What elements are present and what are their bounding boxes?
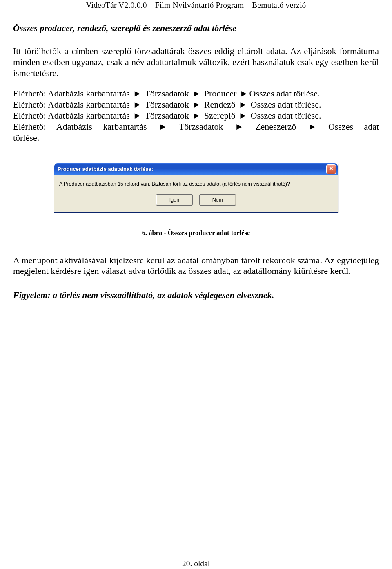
path-szereplo: Elérhető: Adatbázis karbantartás ► Törzs… — [13, 110, 379, 121]
path-rendezo: Elérhető: Adatbázis karbantartás ► Törzs… — [13, 99, 379, 110]
arrow-icon: ► — [133, 99, 142, 110]
path-prefix: Elérhető: — [13, 121, 46, 132]
page-content: Összes producer, rendező, szereplő és ze… — [0, 11, 392, 300]
path-end: Rendező — [204, 99, 236, 110]
dialog-screenshot: Producer adatbázis adatainak törlése: ✕ … — [13, 163, 379, 213]
arrow-icon: ► — [240, 88, 249, 99]
dialog-body: A Producer adatbázisban 15 rekord van. B… — [54, 175, 338, 212]
warning-text: Figyelem: a törlés nem visszaállítható, … — [13, 290, 379, 300]
arrow-icon: ► — [238, 99, 247, 110]
path-end: Zeneszerző — [255, 121, 296, 132]
path-zeneszerzo-wrap: törlése. — [13, 132, 379, 143]
arrow-icon: ► — [192, 110, 201, 121]
arrow-icon: ► — [308, 121, 317, 132]
path-tail: Összes adat — [328, 121, 379, 132]
no-button[interactable]: Nem — [199, 194, 236, 206]
dialog-message: A Producer adatbázisban 15 rekord van. B… — [59, 181, 333, 187]
arrow-icon: ► — [192, 88, 201, 99]
dialog-buttons: Igen Nem — [59, 194, 333, 206]
path-tail: Összes adat törlése. — [251, 110, 321, 121]
paragraph-2: A menüpont aktiválásával kijelzésre kerü… — [13, 255, 379, 277]
path-seg: Adatbázis karbantartás — [48, 99, 130, 110]
arrow-icon: ► — [158, 121, 167, 132]
arrow-icon: ► — [235, 121, 244, 132]
path-end: Producer — [204, 88, 236, 99]
paragraph-1: Itt törölhetők a címben szereplő törzsad… — [13, 46, 379, 78]
path-seg: Törzsadatok — [179, 121, 223, 132]
footer-rule — [0, 558, 392, 558]
path-list: Elérhető: Adatbázis karbantartás ► Törzs… — [13, 88, 379, 143]
figure-caption: 6. ábra - Összes producer adat törlése — [13, 229, 379, 237]
section-title: Összes producer, rendező, szereplő és ze… — [13, 23, 379, 34]
path-prefix: Elérhető: — [13, 88, 46, 99]
path-tail: Összes adat törlése. — [249, 88, 320, 99]
path-prefix: Elérhető: — [13, 99, 46, 110]
path-seg: Törzsadatok — [145, 88, 189, 99]
page-footer: 20. oldal — [0, 558, 392, 569]
yes-button[interactable]: Igen — [156, 194, 193, 206]
no-rest: em — [216, 197, 223, 203]
path-prefix: Elérhető: — [13, 110, 46, 121]
arrow-icon: ► — [238, 110, 247, 121]
no-mnemonic: N — [212, 197, 216, 203]
path-end: Szereplő — [204, 110, 236, 121]
path-tail: Összes adat törlése. — [251, 99, 321, 110]
arrow-icon: ► — [192, 99, 201, 110]
dialog-title: Producer adatbázis adatainak törlése: — [58, 166, 326, 172]
path-producer: Elérhető: Adatbázis karbantartás ► Törzs… — [13, 88, 379, 99]
path-zeneszerzo: Elérhető: Adatbázis karbantartás ► Törzs… — [13, 121, 379, 132]
path-seg: Törzsadatok — [145, 99, 189, 110]
path-seg: Adatbázis karbantartás — [48, 88, 130, 99]
page-number: 20. oldal — [0, 559, 392, 569]
path-seg: Adatbázis karbantartás — [48, 110, 130, 121]
dialog-titlebar: Producer adatbázis adatainak törlése: ✕ — [54, 163, 338, 175]
page-header: VideoTár V2.0.0.0 – Film Nyilvántartó Pr… — [0, 0, 392, 10]
arrow-icon: ► — [133, 88, 142, 99]
close-icon[interactable]: ✕ — [326, 164, 336, 174]
path-seg: Törzsadatok — [145, 110, 189, 121]
path-seg: Adatbázis karbantartás — [56, 121, 147, 132]
arrow-icon: ► — [133, 110, 142, 121]
yes-rest: gen — [171, 197, 179, 203]
confirm-dialog: Producer adatbázis adatainak törlése: ✕ … — [54, 163, 338, 213]
